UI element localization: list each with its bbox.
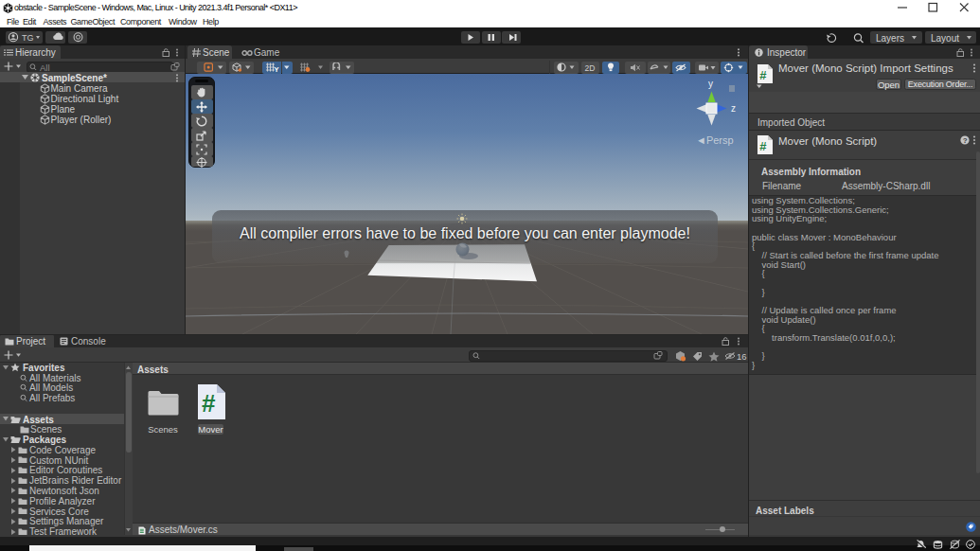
svg-text:?: ?: [963, 136, 968, 145]
svg-text:Y: Y: [275, 65, 279, 73]
svg-text:TG: TG: [22, 33, 34, 43]
svg-text:#: #: [759, 139, 767, 153]
svg-text:z: z: [731, 103, 736, 114]
svg-text:#: #: [759, 68, 767, 82]
svg-text:#: #: [202, 389, 216, 418]
svg-text:y: y: [708, 79, 713, 89]
svg-text:◄Persp: ◄Persp: [696, 134, 734, 146]
